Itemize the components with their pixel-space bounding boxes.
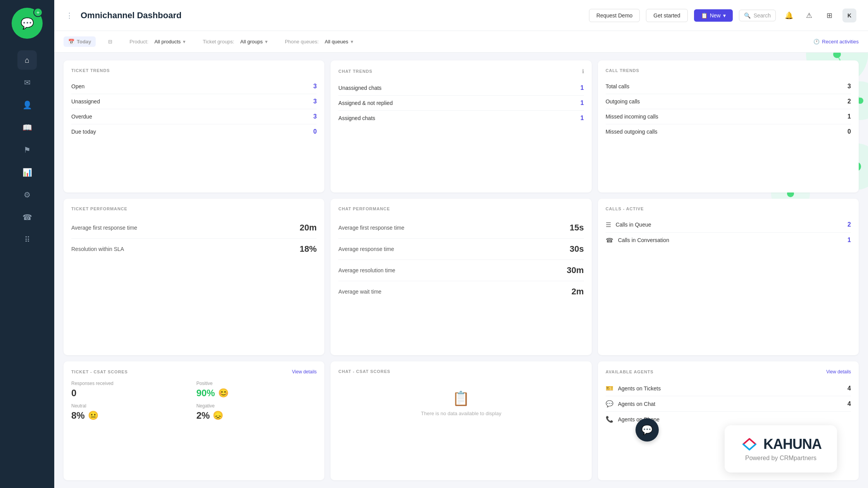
metric-value: 1 [847, 113, 851, 120]
info-icon: ℹ [582, 68, 584, 74]
metric-value: 1 [580, 84, 584, 91]
sidebar-item-book[interactable]: 📖 [17, 118, 37, 137]
request-demo-button[interactable]: Request Demo [589, 9, 640, 22]
perf-value: 30m [567, 265, 584, 275]
sidebar-item-phone[interactable]: ☎ [17, 208, 37, 227]
ticket-csat-view-details[interactable]: View details [292, 369, 317, 375]
search-box[interactable]: 🔍 Search [739, 10, 776, 21]
settings-icon: ⚙ [24, 190, 31, 199]
chat-trends-rows: Unassigned chats 1 Assigned & not replie… [338, 81, 584, 125]
sidebar-item-chart[interactable]: 📊 [17, 163, 37, 182]
chat-trends-card: CHAT TRENDS ℹ Unassigned chats 1 Assigne… [331, 60, 591, 192]
perf-value: 18% [300, 244, 317, 254]
kahuna-powered-by: Powered by CRMpartners [745, 455, 816, 462]
recent-activities-button[interactable]: 🕐 Recent activities [813, 39, 859, 45]
responses-label: Responses received [71, 381, 192, 386]
no-data-icon: 📋 [452, 390, 470, 407]
call-trend-row: Total calls 3 [606, 79, 851, 94]
filterbar: 📅 Today ⊟ Product: All products ▾ Ticket… [54, 31, 868, 53]
kahuna-badge: KAHUNA Powered by CRMpartners [725, 425, 837, 473]
neutral-score: Neutral 8% 😐 [71, 403, 192, 421]
calls-active-title: CALLS - ACTIVE [606, 206, 851, 211]
product-filter[interactable]: Product: All products ▾ [125, 36, 190, 47]
neutral-value: 8% [71, 410, 85, 421]
notifications-button[interactable]: 🔔 [782, 9, 796, 22]
metric-label: Agents on Tickets [618, 385, 661, 392]
sad-emoji: 😞 [213, 411, 223, 421]
perf-label: Average first response time [71, 225, 137, 231]
chat-trend-row: Assigned chats 1 [338, 111, 584, 125]
call-trends-card: CALL TRENDS Total calls 3 Outgoing calls… [598, 60, 859, 192]
perf-label: Resolution within SLA [71, 246, 124, 252]
metric-label: Due today [71, 129, 96, 135]
chat-csat-card: CHAT - CSAT SCORES 📋 There is no data av… [331, 361, 591, 480]
metric-label: Assigned & not replied [338, 100, 393, 106]
sidebar-item-grid[interactable]: ⠿ [17, 230, 37, 249]
metric-label: Unassigned chats [338, 85, 381, 91]
neutral-label: Neutral [71, 403, 192, 409]
sidebar-item-settings[interactable]: ⚙ [17, 185, 37, 204]
chat-perf-row: Average first response time 15s [338, 217, 584, 239]
ticket-groups-filter[interactable]: Ticket groups: All groups ▾ [198, 36, 272, 47]
perf-value: 15s [570, 223, 584, 233]
metric-value: 3 [313, 83, 317, 90]
chat-performance-title: CHAT PERFORMANCE [338, 206, 584, 211]
available-agents-view-details[interactable]: View details [826, 369, 851, 375]
metric-value: 1 [580, 115, 584, 122]
conversation-icon: ☎ [606, 237, 613, 244]
metric-label: Unassigned [71, 98, 100, 105]
grid2-icon: ⊞ [827, 11, 832, 20]
chat-perf-row: Average response time 30s [338, 239, 584, 260]
metric-label: Missed incoming calls [606, 113, 658, 120]
chevron-down-icon: ▾ [265, 39, 268, 45]
alerts-button[interactable]: ⚠ [802, 9, 816, 22]
main-content: ⋮ Omnichannel Dashboard Request Demo Get… [54, 0, 868, 488]
grid-button[interactable]: ⊞ [822, 9, 836, 22]
book-icon: 📖 [22, 123, 32, 132]
chat-widget-icon: 💬 [641, 424, 653, 435]
metric-value: 0 [847, 128, 851, 135]
topbar-grid-icon: ⋮ [66, 11, 73, 20]
topbar: ⋮ Omnichannel Dashboard Request Demo Get… [54, 0, 868, 31]
chevron-down-icon: ▾ [183, 39, 186, 45]
sidebar-item-flag[interactable]: ⚑ [17, 140, 37, 160]
metric-row-icon: ☰ Calls in Queue [606, 221, 651, 229]
chat-performance-card: CHAT PERFORMANCE Average first response … [331, 199, 591, 356]
call-trends-title: CALL TRENDS [606, 68, 851, 73]
perf-value: 30s [570, 244, 584, 254]
new-button[interactable]: 📋 New ▾ [694, 9, 733, 22]
metric-row-icon: 💬 Agents on Chat [606, 400, 656, 407]
metric-value: 3 [847, 83, 851, 90]
call-trend-row: Missed outgoing calls 0 [606, 124, 851, 139]
today-filter[interactable]: 📅 Today [64, 36, 96, 47]
happy-emoji: 😊 [218, 388, 229, 398]
perf-label: Average wait time [338, 289, 381, 295]
sidebar-navigation: ⌂ ✉ 👤 📖 ⚑ 📊 ⚙ ☎ ⠿ [0, 50, 54, 249]
calls-active-row: ☎ Calls in Conversation 1 [606, 233, 851, 248]
sidebar-item-users[interactable]: 👤 [17, 95, 37, 115]
sidebar-item-mail[interactable]: ✉ [17, 73, 37, 92]
kahuna-logo: KAHUNA [740, 436, 822, 452]
sidebar-item-home[interactable]: ⌂ [17, 50, 37, 70]
metric-label: Calls in Queue [616, 222, 651, 228]
positive-value: 90% [196, 388, 215, 399]
metric-value: 3 [313, 98, 317, 105]
clock-icon: 🕐 [813, 39, 820, 45]
phone-queues-filter[interactable]: Phone queues: All queues ▾ [280, 36, 358, 47]
chat-performance-rows: Average first response time 15s Average … [338, 217, 584, 302]
queue-icon: ☰ [606, 221, 611, 229]
home-icon: ⌂ [25, 56, 29, 65]
metric-value: 2 [847, 98, 851, 105]
user-avatar[interactable]: K [842, 9, 856, 22]
available-agents-title: AVAILABLE AGENTS [606, 369, 654, 374]
get-started-button[interactable]: Get started [646, 9, 687, 22]
chat-widget-button[interactable]: 💬 [636, 418, 659, 442]
new-icon: 📋 [701, 12, 708, 19]
metric-label: Missed outgoing calls [606, 129, 658, 135]
chat-trends-header: CHAT TRENDS ℹ [338, 68, 584, 74]
filter-icon-btn[interactable]: ⊟ [103, 36, 117, 47]
metric-label: Calls in Conversation [618, 237, 669, 243]
page-title: Omnichannel Dashboard [81, 10, 581, 21]
sidebar-logo[interactable]: 💬 + [12, 8, 43, 39]
users-icon: 👤 [22, 100, 32, 110]
